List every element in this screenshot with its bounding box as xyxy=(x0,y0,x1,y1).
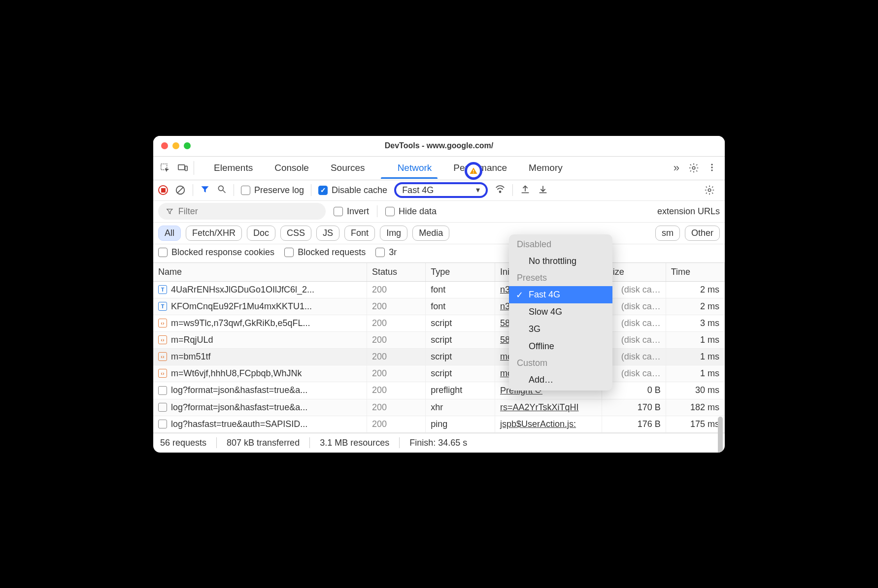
col-type[interactable]: Type xyxy=(426,263,495,282)
invert-checkbox[interactable]: Invert xyxy=(334,206,369,217)
request-type: font xyxy=(426,281,495,298)
settings-icon[interactable] xyxy=(688,163,699,173)
svg-rect-8 xyxy=(473,172,474,173)
col-status[interactable]: Status xyxy=(367,263,425,282)
request-initiator[interactable]: jspb$UserAction.js: xyxy=(500,419,576,429)
throttling-select[interactable]: Fast 4G xyxy=(394,182,488,198)
network-conditions-icon[interactable] xyxy=(495,184,506,196)
table-row[interactable]: TKFOmCnqEu92Fr1Mu4mxKKTU1...200fontn3:(d… xyxy=(153,298,725,315)
blocked-response-cookies-checkbox[interactable]: Blocked response cookies xyxy=(158,247,274,258)
request-name: KFOmCnqEu92Fr1Mu4mxKKTU1... xyxy=(171,301,312,312)
request-status: 200 xyxy=(367,365,425,382)
svg-line-12 xyxy=(223,191,226,193)
request-name: m=Wt6vjf,hhhU8,FCpbqb,WhJNk xyxy=(171,368,302,379)
request-name: log?format=json&hasfast=true&a... xyxy=(171,385,307,395)
status-resources: 3.1 MB resources xyxy=(320,438,389,448)
font-icon: T xyxy=(158,285,167,294)
network-settings-icon[interactable] xyxy=(704,185,715,196)
dd-no-throttling[interactable]: No throttling xyxy=(509,253,612,270)
tab-sources[interactable]: Sources xyxy=(320,158,376,178)
clear-button[interactable] xyxy=(175,185,186,196)
hide-data-checkbox[interactable]: Hide data xyxy=(385,206,437,217)
table-row[interactable]: log?hasfast=true&auth=SAPISID...200pingj… xyxy=(153,416,725,432)
table-row[interactable]: log?format=json&hasfast=true&a...200xhrr… xyxy=(153,399,725,416)
chip-fetch-xhr[interactable]: Fetch/XHR xyxy=(186,226,242,241)
request-name: m=bm51tf xyxy=(171,352,211,362)
table-row[interactable]: log?format=json&hasfast=true&a...200pref… xyxy=(153,382,725,399)
request-type: ping xyxy=(426,416,495,432)
status-requests: 56 requests xyxy=(160,438,206,448)
dd-header-presets: Presets xyxy=(509,270,612,286)
dd-fast-4g[interactable]: Fast 4G xyxy=(509,286,612,303)
tab-elements[interactable]: Elements xyxy=(203,158,264,178)
request-name: 4UaRrENHsxJlGDuGo1OIlJfC6l_2... xyxy=(171,285,314,295)
table-row[interactable]: ‹›m=RqjULd200script58(disk ca…1 ms xyxy=(153,331,725,348)
request-time: 30 ms xyxy=(666,382,724,399)
tab-console[interactable]: Console xyxy=(264,158,320,178)
col-time[interactable]: Time xyxy=(666,263,724,282)
script-icon: ‹› xyxy=(158,335,167,344)
font-icon: T xyxy=(158,302,167,311)
table-row[interactable]: T4UaRrENHsxJlGDuGo1OIlJfC6l_2...200fontn… xyxy=(153,281,725,298)
request-type: script xyxy=(426,365,495,382)
third-party-checkbox[interactable]: 3r xyxy=(375,247,397,258)
search-icon[interactable] xyxy=(217,184,227,196)
funnel-icon xyxy=(166,207,173,215)
svg-point-14 xyxy=(708,189,711,192)
more-tabs-button[interactable]: » xyxy=(669,162,684,174)
record-button[interactable] xyxy=(158,185,168,195)
table-row[interactable]: ‹›m=bm51tf200scriptmoduleloader.js:58(di… xyxy=(153,348,725,365)
table-row[interactable]: ‹›m=Wt6vjf,hhhU8,FCpbqb,WhJNk200scriptmo… xyxy=(153,365,725,382)
dd-header-custom: Custom xyxy=(509,355,612,371)
chip-font[interactable]: Font xyxy=(344,226,375,241)
tab-memory[interactable]: Memory xyxy=(518,158,574,178)
chip-other[interactable]: Other xyxy=(685,226,720,241)
export-har-icon[interactable] xyxy=(520,184,531,196)
chip-img[interactable]: Img xyxy=(380,226,407,241)
request-time: 1 ms xyxy=(666,348,724,365)
dd-add[interactable]: Add… xyxy=(509,371,612,389)
dd-header-disabled: Disabled xyxy=(509,236,612,253)
chip-js[interactable]: JS xyxy=(316,226,339,241)
blocked-row: Blocked response cookies Blocked request… xyxy=(153,244,725,263)
chip-media[interactable]: Media xyxy=(412,226,449,241)
status-finish: Finish: 34.65 s xyxy=(409,438,467,448)
request-type: preflight xyxy=(426,382,495,399)
device-toolbar-icon[interactable] xyxy=(177,162,189,174)
table-row[interactable]: ‹›m=ws9Tlc,n73qwf,GkRiKb,e5qFL...200scri… xyxy=(153,315,725,331)
script-icon: ‹› xyxy=(158,369,167,378)
filter-toggle-icon[interactable] xyxy=(200,184,210,196)
filter-row: Invert Hide data extension URLs xyxy=(153,201,725,223)
inspect-element-icon[interactable] xyxy=(159,162,171,174)
blocked-requests-checkbox[interactable]: Blocked requests xyxy=(284,247,366,258)
request-name: m=ws9Tlc,n73qwf,GkRiKb,e5qFL... xyxy=(171,318,310,328)
request-time: 3 ms xyxy=(666,315,724,331)
resource-type-chips: All Fetch/XHR Doc CSS JS Font Img Media … xyxy=(153,223,725,244)
svg-point-4 xyxy=(711,164,712,165)
filter-input[interactable] xyxy=(158,203,326,220)
chip-css[interactable]: CSS xyxy=(280,226,311,241)
dd-slow-4g[interactable]: Slow 4G xyxy=(509,303,612,321)
request-initiator[interactable]: rs=AA2YrTskXiTqHI xyxy=(500,402,579,412)
dd-3g[interactable]: 3G xyxy=(509,321,612,338)
request-type: font xyxy=(426,298,495,315)
scrollbar-thumb[interactable] xyxy=(718,417,723,453)
script-icon: ‹› xyxy=(158,319,167,327)
window-title: DevTools - www.google.com/ xyxy=(153,141,725,150)
request-name: log?format=json&hasfast=true&a... xyxy=(171,402,307,413)
disable-cache-checkbox[interactable]: ✓ Disable cache xyxy=(318,185,387,196)
col-name[interactable]: Name xyxy=(153,263,367,282)
dd-offline[interactable]: Offline xyxy=(509,338,612,355)
panel-tabs-row: Elements Console Sources Network Perform… xyxy=(153,157,725,180)
request-time: 182 ms xyxy=(666,399,724,416)
import-har-icon[interactable] xyxy=(538,184,548,196)
request-status: 200 xyxy=(367,416,425,432)
preserve-log-checkbox[interactable]: Preserve log xyxy=(241,185,304,196)
request-status: 200 xyxy=(367,298,425,315)
chip-doc[interactable]: Doc xyxy=(247,226,275,241)
kebab-menu-icon[interactable] xyxy=(707,163,718,173)
chip-wasm[interactable]: sm xyxy=(655,226,680,241)
tab-network[interactable]: Network xyxy=(376,158,443,178)
chip-all[interactable]: All xyxy=(158,226,181,241)
svg-rect-2 xyxy=(185,166,188,170)
